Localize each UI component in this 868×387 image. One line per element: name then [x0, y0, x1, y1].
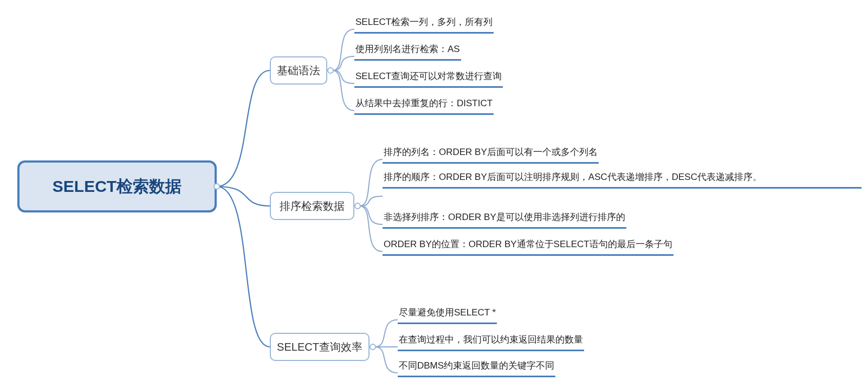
leaf-b2-2[interactable]: 非选择列排序：ORDER BY是可以使用非选择列进行排序的: [383, 211, 626, 229]
root-connector-dot: [213, 183, 220, 190]
leaf-b1-0[interactable]: SELECT检索一列，多列，所有列: [354, 16, 494, 34]
leaf-b1-3[interactable]: 从结果中去掉重复的行：DISTICT: [354, 98, 494, 115]
leaf-text: 非选择列排序：ORDER BY是可以使用非选择列进行排序的: [384, 212, 625, 222]
leaf-text: 使用列别名进行检索：AS: [355, 44, 460, 54]
branch-sort-retrieve[interactable]: 排序检索数据: [270, 192, 354, 220]
root-node[interactable]: SELECT检索数据: [17, 160, 217, 212]
leaf-text: 从结果中去掉重复的行：DISTICT: [355, 98, 493, 108]
leaf-b2-1[interactable]: 排序的顺序：ORDER BY后面可以注明排序规则，ASC代表递增排序，DESC代…: [383, 171, 861, 189]
branch-label: SELECT查询效率: [277, 340, 362, 354]
branch2-connector-dot: [354, 203, 361, 209]
leaf-b3-2[interactable]: 不同DBMS约束返回数量的关键字不同: [398, 360, 555, 377]
branch-label: 排序检索数据: [280, 199, 345, 214]
branch1-connector-dot: [327, 67, 334, 74]
branch3-connector-dot: [370, 344, 376, 350]
leaf-b1-1[interactable]: 使用列别名进行检索：AS: [354, 43, 461, 61]
leaf-text: 排序的列名：ORDER BY后面可以有一个或多个列名: [384, 147, 598, 157]
leaf-b2-0[interactable]: 排序的列名：ORDER BY后面可以有一个或多个列名: [383, 146, 599, 164]
leaf-text: 尽量避免使用SELECT *: [399, 307, 496, 318]
leaf-text: 排序的顺序：ORDER BY后面可以注明排序规则，ASC代表递增排序，DESC代…: [384, 172, 762, 182]
root-label: SELECT检索数据: [53, 176, 182, 198]
leaf-b3-0[interactable]: 尽量避免使用SELECT *: [398, 307, 497, 324]
branch-label: 基础语法: [277, 63, 320, 78]
leaf-text: SELECT检索一列，多列，所有列: [355, 17, 493, 27]
branch-select-efficiency[interactable]: SELECT查询效率: [270, 333, 370, 361]
leaf-text: 在查询过程中，我们可以约束返回结果的数量: [399, 334, 583, 345]
leaf-text: ORDER BY的位置：ORDER BY通常位于SELECT语句的最后一条子句: [384, 239, 672, 249]
leaf-b3-1[interactable]: 在查询过程中，我们可以约束返回结果的数量: [398, 334, 584, 351]
leaf-b1-2[interactable]: SELECT查询还可以对常数进行查询: [354, 70, 503, 88]
leaf-text: 不同DBMS约束返回数量的关键字不同: [399, 360, 554, 371]
leaf-text: SELECT查询还可以对常数进行查询: [355, 71, 502, 81]
leaf-b2-3[interactable]: ORDER BY的位置：ORDER BY通常位于SELECT语句的最后一条子句: [383, 238, 673, 256]
branch-basic-syntax[interactable]: 基础语法: [270, 56, 327, 85]
